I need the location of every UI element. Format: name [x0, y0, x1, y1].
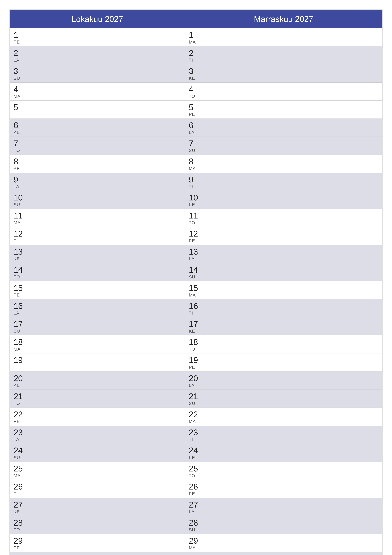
table-row: 9TI [185, 173, 382, 191]
month-header-right: Marraskuu 2027 [185, 10, 382, 28]
calendar-table: Lokakuu 2027 Marraskuu 2027 1PE1MA2LA2TI… [9, 9, 383, 555]
table-row: 3SU [10, 64, 185, 82]
table-row: 20LA [185, 372, 382, 389]
table-row: 28TO [10, 516, 185, 534]
table-row: 16LA [10, 299, 185, 317]
table-row: 14SU [185, 263, 382, 281]
table-row: 3KE [185, 64, 382, 82]
table-row: 7TO [10, 137, 185, 155]
table-row: 19PE [185, 353, 382, 372]
table-row: 17KE [185, 317, 382, 336]
month-header-left: Lokakuu 2027 [10, 10, 185, 28]
table-row: 7SU [185, 137, 382, 155]
table-row: 12PE [185, 227, 382, 245]
table-row: 4TO [185, 82, 382, 101]
table-row: 5PE [185, 101, 382, 118]
table-row: 6KE [10, 118, 185, 137]
table-row: 11TO [185, 209, 382, 227]
table-row: 2TI [185, 46, 382, 64]
table-row: 22PE [10, 408, 185, 426]
table-row: 9LA [10, 173, 185, 191]
table-row: 27KE [10, 498, 185, 516]
table-row: 18TO [185, 336, 382, 353]
table-row: 8PE [10, 155, 185, 173]
table-row: 12TI [10, 227, 185, 245]
table-row: 26PE [185, 480, 382, 498]
table-row: 29PE [10, 534, 185, 552]
table-row: 27LA [185, 498, 382, 516]
table-row: 19TI [10, 353, 185, 372]
table-row: 13KE [10, 245, 185, 263]
table-row: 21SU [185, 389, 382, 408]
table-row: 15MA [185, 281, 382, 299]
table-row: 18MA [10, 336, 185, 353]
table-row: 13LA [185, 245, 382, 263]
table-row: 1PE [10, 28, 185, 46]
table-row: 1MA [185, 28, 382, 46]
table-row: 22MA [185, 408, 382, 426]
table-row: 25TO [185, 462, 382, 480]
table-row: 5TI [10, 101, 185, 118]
table-row: 14TO [10, 263, 185, 281]
table-row: 30TI [185, 552, 382, 555]
table-row: 30LA [10, 552, 185, 555]
table-row: 23LA [10, 426, 185, 444]
table-row: 8MA [185, 155, 382, 173]
table-row: 26TI [10, 480, 185, 498]
table-row: 20KE [10, 372, 185, 389]
table-row: 17SU [10, 317, 185, 336]
table-row: 29MA [185, 534, 382, 552]
table-row: 16TI [185, 299, 382, 317]
table-row: 6LA [185, 118, 382, 137]
table-row: 2LA [10, 46, 185, 64]
table-row: 25MA [10, 462, 185, 480]
table-row: 4MA [10, 82, 185, 101]
table-row: 11MA [10, 209, 185, 227]
table-row: 24KE [185, 444, 382, 462]
table-row: 23TI [185, 426, 382, 444]
table-row: 28SU [185, 516, 382, 534]
table-row: 10SU [10, 191, 185, 209]
page: Lokakuu 2027 Marraskuu 2027 1PE1MA2LA2TI… [0, 0, 392, 555]
table-row: 21TO [10, 389, 185, 408]
table-row: 10KE [185, 191, 382, 209]
table-row: 15PE [10, 281, 185, 299]
table-row: 24SU [10, 444, 185, 462]
